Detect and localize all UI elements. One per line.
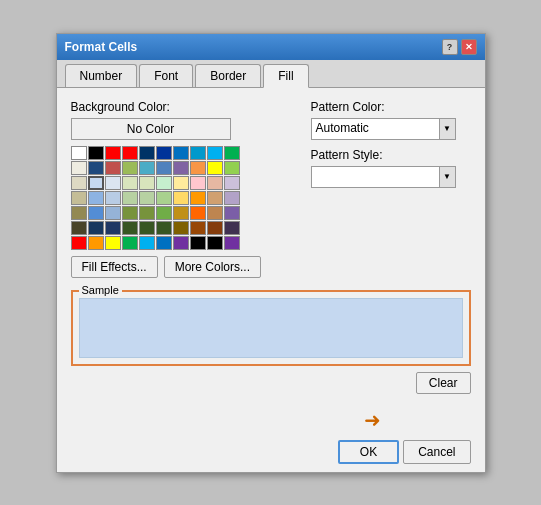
color-swatch[interactable] [156,221,172,235]
pattern-color-dropdown[interactable]: Automatic ▼ [311,118,456,140]
color-swatch[interactable] [105,146,121,160]
color-swatch[interactable] [105,176,121,190]
pattern-style-arrow[interactable]: ▼ [439,167,455,187]
ok-button[interactable]: OK [338,440,399,464]
color-swatch[interactable] [190,236,206,250]
color-swatch[interactable] [173,176,189,190]
no-color-button[interactable]: No Color [71,118,231,140]
color-swatch[interactable] [173,236,189,250]
fill-effects-button[interactable]: Fill Effects... [71,256,158,278]
color-swatch[interactable] [173,161,189,175]
color-swatch[interactable] [71,161,87,175]
color-swatch[interactable] [190,176,206,190]
tab-number[interactable]: Number [65,64,138,87]
color-swatch[interactable] [71,191,87,205]
help-button[interactable]: ? [442,39,458,55]
color-swatch[interactable] [122,161,138,175]
pattern-color-arrow[interactable]: ▼ [439,119,455,139]
color-swatch[interactable] [122,206,138,220]
color-swatch[interactable] [71,146,87,160]
color-swatch[interactable] [122,191,138,205]
color-swatch[interactable] [224,191,240,205]
color-swatch[interactable] [105,161,121,175]
clear-button[interactable]: Clear [416,372,471,394]
color-swatch[interactable] [139,161,155,175]
tab-font[interactable]: Font [139,64,193,87]
color-swatch[interactable] [88,146,104,160]
sample-area [79,298,463,358]
color-swatch[interactable] [139,221,155,235]
color-swatch[interactable] [156,236,172,250]
format-cells-dialog: Format Cells ? ✕ Number Font Border Fill… [56,33,486,473]
color-swatch[interactable] [71,221,87,235]
color-swatch[interactable] [207,236,223,250]
color-swatch[interactable] [139,236,155,250]
color-swatch[interactable] [190,206,206,220]
color-swatch[interactable] [224,236,240,250]
color-swatch[interactable] [88,191,104,205]
color-swatch[interactable] [139,206,155,220]
color-swatch[interactable] [105,206,121,220]
color-swatch[interactable] [224,146,240,160]
cancel-button[interactable]: Cancel [403,440,470,464]
color-swatch[interactable] [207,206,223,220]
color-swatch[interactable] [190,191,206,205]
color-swatch[interactable] [207,176,223,190]
bottom-buttons-row: OK Cancel [57,436,485,472]
color-swatch[interactable] [156,176,172,190]
color-swatch[interactable] [105,221,121,235]
color-swatch[interactable] [105,236,121,250]
pattern-color-label: Pattern Color: [311,100,471,114]
color-swatch[interactable] [88,176,104,190]
color-swatch[interactable] [88,161,104,175]
color-swatch[interactable] [190,146,206,160]
color-swatch[interactable] [173,206,189,220]
color-swatch[interactable] [122,236,138,250]
color-swatch[interactable] [190,161,206,175]
pattern-section: Pattern Color: Automatic ▼ Pattern Style… [311,100,471,278]
color-swatch[interactable] [156,146,172,160]
color-swatch[interactable] [156,206,172,220]
background-color-section: Background Color: No Color Fill Effects.… [71,100,291,278]
color-swatch[interactable] [122,221,138,235]
color-grid [71,146,291,250]
color-swatch[interactable] [207,146,223,160]
color-swatch[interactable] [224,161,240,175]
color-swatch[interactable] [224,176,240,190]
color-swatch[interactable] [173,191,189,205]
dialog-title: Format Cells [65,40,138,54]
color-swatch[interactable] [173,221,189,235]
color-swatch[interactable] [139,146,155,160]
color-swatch[interactable] [71,236,87,250]
bg-color-label: Background Color: [71,100,291,114]
color-swatch[interactable] [139,191,155,205]
pattern-color-value: Automatic [312,119,437,139]
color-swatch[interactable] [122,146,138,160]
color-swatch[interactable] [207,191,223,205]
more-colors-button[interactable]: More Colors... [164,256,261,278]
color-swatch[interactable] [71,206,87,220]
color-swatch[interactable] [156,161,172,175]
color-swatch[interactable] [122,176,138,190]
color-swatch[interactable] [71,176,87,190]
pattern-style-label: Pattern Style: [311,148,471,162]
pattern-style-value [312,167,437,187]
color-swatch[interactable] [105,191,121,205]
tab-border[interactable]: Border [195,64,261,87]
sample-section: Sample [71,290,471,366]
pattern-style-dropdown[interactable]: ▼ [311,166,456,188]
color-swatch[interactable] [224,206,240,220]
color-swatch[interactable] [156,191,172,205]
color-swatch[interactable] [88,221,104,235]
color-swatch[interactable] [207,161,223,175]
color-swatch[interactable] [190,221,206,235]
tab-fill[interactable]: Fill [263,64,308,88]
color-swatch[interactable] [139,176,155,190]
color-swatch[interactable] [88,206,104,220]
title-controls: ? ✕ [442,39,477,55]
close-button[interactable]: ✕ [461,39,477,55]
color-swatch[interactable] [224,221,240,235]
color-swatch[interactable] [173,146,189,160]
color-swatch[interactable] [207,221,223,235]
color-swatch[interactable] [88,236,104,250]
